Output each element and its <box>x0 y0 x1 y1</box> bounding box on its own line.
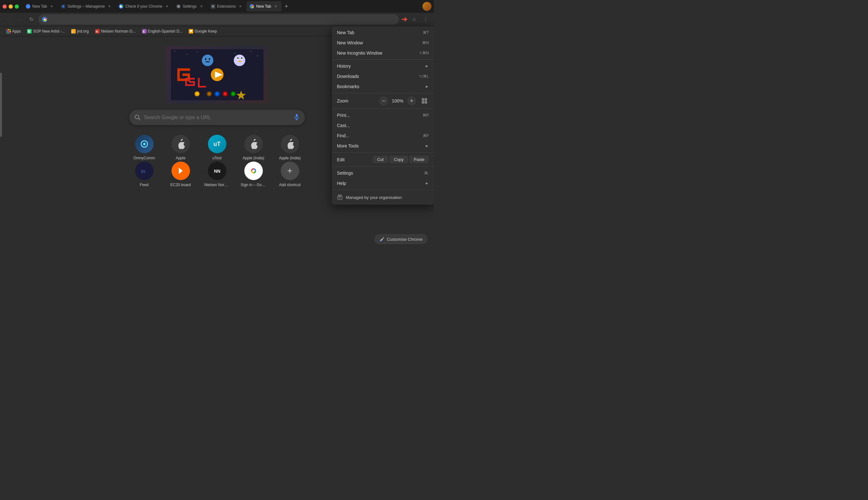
profile-button[interactable] <box>422 2 431 11</box>
google-doodle[interactable]: $ <box>166 46 268 103</box>
svg-point-5 <box>178 5 180 7</box>
zoom-in-button[interactable]: + <box>407 96 416 105</box>
menu-item-history[interactable]: History ► <box>332 61 434 71</box>
shortcut-label-feed: Feed <box>140 183 148 187</box>
bookmark-nielsen[interactable]: N Nielsen Norman G... <box>93 29 138 34</box>
svg-text:E: E <box>143 30 145 33</box>
svg-rect-89 <box>425 99 427 100</box>
refresh-button[interactable]: ↻ <box>27 15 36 24</box>
menu-item-new-tab[interactable]: New Tab ⌘T <box>332 27 434 38</box>
zoom-out-button[interactable]: − <box>379 96 388 105</box>
tab-close-button[interactable]: ✕ <box>165 4 169 9</box>
newtab-favicon <box>250 4 254 9</box>
svg-point-86 <box>252 170 255 172</box>
forward-button[interactable]: → <box>15 15 24 24</box>
zoom-label: Zoom <box>337 98 379 103</box>
tab-settings-1[interactable]: Settings – Manageme ✕ <box>58 1 115 11</box>
shortcut-nielsen[interactable]: N N Nielsen Norm... <box>203 161 232 187</box>
copy-button[interactable]: Copy <box>389 156 408 163</box>
tab-close-button[interactable]: ✕ <box>238 4 243 9</box>
svg-rect-90 <box>422 102 424 103</box>
tab-extensions[interactable]: Extensions ✕ <box>207 1 246 11</box>
menu-item-settings[interactable]: Settings ⌘, <box>332 168 434 178</box>
apple-logo-3 <box>285 139 294 149</box>
bookmark-spanish-label: English-Spanish D... <box>148 29 183 34</box>
search-input[interactable] <box>144 115 290 121</box>
history-label: History <box>337 64 422 69</box>
bookmark-apps[interactable]: Apps <box>4 29 23 34</box>
svg-text:in: in <box>141 169 145 174</box>
google-logo-favicon <box>42 17 47 22</box>
shortcut-apple-india-2[interactable]: Apple (India) <box>275 135 304 160</box>
back-button[interactable]: ← <box>4 15 13 24</box>
cut-button[interactable]: Cut <box>373 156 388 163</box>
svg-rect-88 <box>422 99 424 100</box>
menu-item-bookmarks[interactable]: Bookmarks ► <box>332 81 434 92</box>
tab-newtab-active[interactable]: New Tab ✕ <box>247 1 281 11</box>
shortcut-icon-apple-india-2 <box>281 135 299 153</box>
bookmark-star-button[interactable]: ☆ <box>410 15 419 24</box>
tab-title: New Tab <box>32 4 47 9</box>
menu-item-new-window[interactable]: New Window ⌘N <box>332 38 434 48</box>
url-bar[interactable] <box>38 14 399 25</box>
shortcut-google-signin[interactable]: Sign in – Goo... <box>239 161 268 187</box>
managed-icon <box>337 194 343 200</box>
svg-rect-32 <box>235 53 235 54</box>
bookmark-jnd[interactable]: j jnd.org <box>69 29 91 34</box>
ec20-logo <box>176 166 185 175</box>
menu-item-downloads[interactable]: Downloads ⌥⌘L <box>332 71 434 81</box>
search-bar[interactable] <box>129 110 305 125</box>
tab-close-button[interactable]: ✕ <box>274 4 278 9</box>
menu-item-cast[interactable]: Cast... <box>332 121 434 130</box>
shortcut-utest[interactable]: uT uTest <box>203 135 232 160</box>
shortcut-feed[interactable]: in Feed <box>130 161 159 187</box>
minimize-button[interactable] <box>9 4 13 9</box>
menu-item-find[interactable]: Find... ⌘F <box>332 130 434 141</box>
help-label: Help <box>337 181 422 186</box>
new-window-shortcut: ⌘N <box>422 41 429 45</box>
find-shortcut: ⌘F <box>423 134 429 138</box>
paste-button[interactable]: Paste <box>409 156 429 163</box>
menu-item-incognito[interactable]: New Incognito Window ⇧⌘N <box>332 48 434 58</box>
shortcuts-row-2: in Feed EC20 board N N <box>130 161 304 187</box>
tab-chrome-check[interactable]: Check if your Chrome ✕ <box>116 1 172 11</box>
tab-close-button[interactable]: ✕ <box>107 4 112 9</box>
svg-text:N: N <box>217 169 221 174</box>
shortcut-ec20[interactable]: EC20 board <box>166 161 195 187</box>
menu-item-more-tools[interactable]: More Tools ► <box>332 141 434 151</box>
fullscreen-icon <box>422 98 427 103</box>
menu-item-print[interactable]: Print... ⌘P <box>332 110 434 121</box>
menu-item-help[interactable]: Help ► <box>332 178 434 189</box>
shortcut-apple[interactable]: Apple <box>166 135 195 160</box>
bookmark-keep[interactable]: Google Keep <box>186 29 219 34</box>
left-edge-bar <box>0 73 2 137</box>
microphone-icon[interactable] <box>293 114 300 122</box>
bookmark-spanish[interactable]: E English-Spanish D... <box>139 29 185 34</box>
svg-text:N: N <box>28 30 30 33</box>
tab-close-button[interactable]: ✕ <box>199 4 204 9</box>
shortcut-icon-nielsen: N N <box>208 161 226 180</box>
svg-rect-50 <box>241 57 243 59</box>
shortcut-add[interactable]: + Add shortcut <box>275 161 304 187</box>
tab-title: Check if your Chrome <box>125 4 162 9</box>
zoom-fullscreen-button[interactable] <box>420 96 429 105</box>
arrow-indicator: ➔ <box>402 15 407 24</box>
shortcut-label-apple: Apple <box>176 156 185 160</box>
shortcut-icon-omnycomm <box>135 135 154 153</box>
bookmark-sop[interactable]: N SOP New Artist -... <box>25 29 67 34</box>
customise-chrome-button[interactable]: Customise Chrome <box>374 234 428 244</box>
new-tab-button[interactable]: + <box>282 2 291 11</box>
maximize-button[interactable] <box>15 4 19 9</box>
bookmark-nielsen-label: Nielsen Norman G... <box>101 29 136 34</box>
close-button[interactable] <box>2 4 7 9</box>
shortcut-label-ec20: EC20 board <box>170 183 191 187</box>
shortcut-apple-india-1[interactable]: Apple (India) <box>239 135 268 160</box>
chrome-menu-button[interactable]: ⋮ <box>421 15 430 24</box>
tab-settings-2[interactable]: Settings ✕ <box>173 1 207 11</box>
shortcut-omnycomm[interactable]: OmnyComm <box>130 135 159 160</box>
apps-icon <box>7 29 11 34</box>
tab-title: Settings <box>183 4 196 9</box>
shortcut-icon-apple <box>171 135 190 153</box>
tab-close-button[interactable]: ✕ <box>49 4 54 9</box>
tab-newtab-1[interactable]: New Tab ✕ <box>23 1 57 11</box>
